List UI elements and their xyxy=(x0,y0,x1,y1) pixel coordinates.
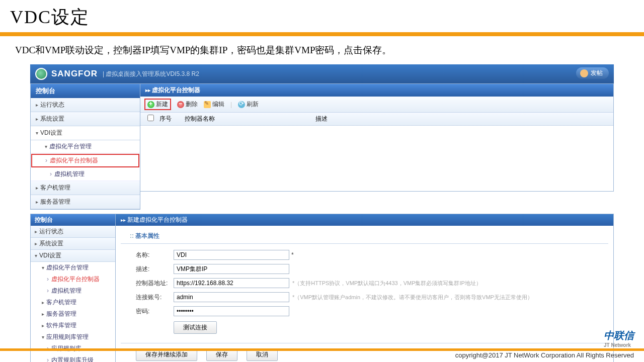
slide-description: VDC和VMP联动设定，控制器IP填写VMP的集群IP，密码也是集群VMP密码，… xyxy=(0,36,644,64)
nav-server-mgmt[interactable]: 服务器管理 xyxy=(31,195,140,209)
delete-button[interactable]: 删除 xyxy=(177,100,198,109)
select-all-checkbox[interactable] xyxy=(147,115,154,121)
table-header: 序号 控制器名称 描述 xyxy=(140,113,613,126)
footer-logo: 中联信 JT Network xyxy=(604,329,634,348)
edit-button[interactable]: 编辑 xyxy=(204,100,224,109)
required-mark: * xyxy=(291,251,294,258)
label-acct: 连接账号: xyxy=(136,293,174,302)
app-topbar: SANGFOR | 虚拟桌面接入管理系统VDI5.3.8 R2 发帖 xyxy=(30,64,614,83)
nav2-vplatform-mgmt[interactable]: 虚拟化平台管理 xyxy=(31,262,115,274)
form-row-acct: 连接账号: *（VMP默认管理账户admin，不建议修改。请不要使用访客用户，否… xyxy=(116,290,613,304)
divider-bottom xyxy=(0,348,644,351)
screenshot-upper: SANGFOR | 虚拟桌面接入管理系统VDI5.3.8 R2 发帖 控制台 运… xyxy=(30,64,614,210)
nav2-rulelib-mgmt[interactable]: 应用规则库管理 xyxy=(31,331,115,343)
content-lower: 新建虚拟化平台控制器 基本属性 名称: * 描述: 控制器地址: *（支持HTT… xyxy=(116,214,614,362)
form-row-desc: 描述: xyxy=(116,262,613,276)
section-basic-attrs: 基本属性 xyxy=(121,226,608,244)
nav2-client-mgmt[interactable]: 客户机管理 xyxy=(31,297,115,308)
nav2-builtin-rulelib-upgrade[interactable]: 内置规则库升级 xyxy=(31,354,115,362)
screenshot-lower: 控制台 运行状态 系统设置 VDI设置 虚拟化平台管理 虚拟化平台控制器 虚拟机… xyxy=(30,214,614,362)
test-connection-button[interactable]: 测试连接 xyxy=(174,321,217,334)
copyright-text: copyright@2017 JT NetWork Corporation Al… xyxy=(455,351,634,359)
nav2-system-settings[interactable]: 系统设置 xyxy=(31,238,115,250)
nav-vdi-settings[interactable]: VDI设置 xyxy=(31,126,140,140)
input-pwd[interactable] xyxy=(174,306,289,316)
nav2-vm-mgmt[interactable]: 虚拟机管理 xyxy=(31,285,115,297)
delete-icon xyxy=(177,101,184,108)
nav-vplatform-mgmt[interactable]: 虚拟化平台管理 xyxy=(31,140,140,153)
table-body-empty xyxy=(140,126,613,191)
avatar-icon xyxy=(580,69,588,77)
nav-vm-mgmt[interactable]: 虚拟机管理 xyxy=(31,168,140,181)
nav2-runtime-status[interactable]: 运行状态 xyxy=(31,226,115,238)
nav-vplatform-controller[interactable]: 虚拟化平台控制器 xyxy=(31,154,139,167)
input-acct[interactable] xyxy=(174,292,289,302)
col-name: 控制器名称 xyxy=(182,115,312,123)
col-desc: 描述 xyxy=(312,115,609,123)
post-button[interactable]: 发帖 xyxy=(576,67,609,79)
add-icon xyxy=(147,101,154,108)
sidebar-lower: 控制台 运行状态 系统设置 VDI设置 虚拟化平台管理 虚拟化平台控制器 虚拟机… xyxy=(30,214,116,362)
input-name[interactable] xyxy=(174,250,289,260)
refresh-button[interactable]: 刷新 xyxy=(238,100,259,109)
refresh-icon xyxy=(238,101,245,108)
brand-logo-icon xyxy=(35,68,47,80)
divider-top xyxy=(0,32,644,36)
edit-icon xyxy=(204,101,211,108)
nav2-software-lib[interactable]: 软件库管理 xyxy=(31,320,115,331)
content-header: 虚拟化平台控制器 xyxy=(140,84,613,97)
input-desc[interactable] xyxy=(174,264,289,274)
sidebar2-header: 控制台 xyxy=(31,214,115,226)
hint-addr: *（支持HTTPS协议，VMP默认端口为4433，VMP集群必须填写集群IP地址… xyxy=(292,280,481,287)
nav-system-settings[interactable]: 系统设置 xyxy=(31,112,140,126)
input-addr[interactable] xyxy=(174,278,289,288)
content-upper: 虚拟化平台控制器 新建 删除 编辑 | 刷新 序号 控制器名称 描述 xyxy=(140,83,614,192)
label-desc: 描述: xyxy=(136,265,174,274)
col-serial: 序号 xyxy=(156,115,182,123)
label-pwd: 密码: xyxy=(136,307,174,316)
form-row-name: 名称: * xyxy=(116,248,613,262)
nav-client-mgmt[interactable]: 客户机管理 xyxy=(31,181,140,195)
add-button[interactable]: 新建 xyxy=(144,99,171,110)
brand-subtitle: | 虚拟桌面接入管理系统VDI5.3.8 R2 xyxy=(103,70,199,78)
sidebar-header: 控制台 xyxy=(31,84,140,98)
nav2-vplatform-controller[interactable]: 虚拟化平台控制器 xyxy=(31,274,115,285)
form-row-addr: 控制器地址: *（支持HTTPS协议，VMP默认端口为4433，VMP集群必须填… xyxy=(116,276,613,290)
brand-text: SANGFOR xyxy=(51,69,98,79)
post-label: 发帖 xyxy=(591,69,603,77)
form-row-pwd: 密码: xyxy=(116,304,613,318)
sidebar-upper: 控制台 运行状态 系统设置 VDI设置 虚拟化平台管理 虚拟化平台控制器 虚拟机… xyxy=(30,83,140,210)
toolbar-separator: | xyxy=(230,101,232,108)
nav-runtime-status[interactable]: 运行状态 xyxy=(31,98,140,112)
content2-header: 新建虚拟化平台控制器 xyxy=(116,214,613,226)
slide-title: VDC设定 xyxy=(0,0,644,32)
nav2-vdi-settings[interactable]: VDI设置 xyxy=(31,250,115,262)
hint-acct: *（VMP默认管理账户admin，不建议修改。请不要使用访客用户，否则将导致VM… xyxy=(292,294,533,301)
nav2-server-mgmt[interactable]: 服务器管理 xyxy=(31,308,115,320)
toolbar: 新建 删除 编辑 | 刷新 xyxy=(140,97,613,113)
label-addr: 控制器地址: xyxy=(136,279,174,288)
label-name: 名称: xyxy=(136,251,174,259)
